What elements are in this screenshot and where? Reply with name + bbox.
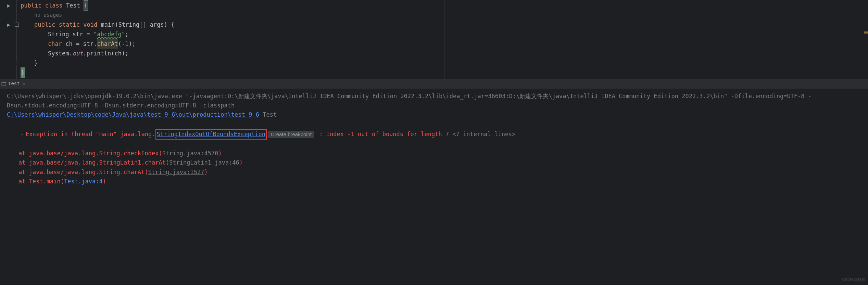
create-breakpoint-button[interactable]: Create breakpoint: [268, 131, 314, 138]
run-method-icon[interactable]: ▶: [7, 20, 10, 29]
stack-frame: at Test.main(: [18, 178, 64, 185]
exception-class-link[interactable]: StringIndexOutOfBoundsException: [157, 131, 265, 138]
editor-gutter: ▶ ▶− ⌃: [0, 0, 17, 79]
expand-icon[interactable]: ⊞: [21, 132, 25, 138]
variable: str: [73, 29, 83, 39]
console-command: C:\Users\whisper\.jdks\openjdk-19.0.2\bi…: [7, 92, 865, 110]
fold-icon[interactable]: ⌃: [15, 61, 19, 65]
stack-link[interactable]: Test.java:4: [64, 178, 103, 185]
type: char: [48, 39, 62, 49]
fold-icon[interactable]: −: [15, 23, 19, 27]
expression: = str.: [73, 39, 97, 49]
keyword: static: [59, 20, 80, 29]
class-ref: System.: [48, 49, 73, 58]
main-class: Test: [259, 111, 277, 118]
exception-highlight-box: StringIndexOutOfBoundsException: [155, 129, 267, 140]
stack-frame: at java.base/java.lang.String.checkIndex…: [18, 150, 162, 157]
brace: }: [21, 67, 25, 78]
static-field: out: [73, 49, 83, 58]
stack-link[interactable]: StringLatin1.java:46: [169, 159, 239, 166]
code-content[interactable]: public class Test { no usages public sta…: [17, 0, 868, 79]
paren: (: [118, 39, 122, 49]
method-call: .println(ch);: [83, 49, 128, 58]
watermark: CSDN @杨柳: [842, 277, 865, 283]
fold-guide-line: [16, 0, 17, 79]
classpath-link[interactable]: C:\Users\whisper\Desktop\code\Java\java\…: [7, 111, 259, 118]
keyword: public: [34, 20, 55, 29]
stack-frame: at java.base/java.lang.String.charAt(: [18, 169, 148, 176]
variable: ch: [65, 39, 72, 49]
class-name: Test: [66, 1, 80, 10]
keyword: class: [45, 1, 63, 10]
keyword: void: [83, 20, 97, 29]
semicolon: ;: [125, 29, 128, 39]
exception-prefix: Exception in thread "main" java.lang.: [26, 131, 155, 138]
number: -1: [122, 39, 128, 49]
run-tab-label[interactable]: Test: [8, 80, 20, 88]
run-class-icon[interactable]: ▶: [7, 1, 10, 10]
stack-suffix: ): [239, 159, 243, 166]
string-quote: ": [122, 29, 125, 39]
type: String: [48, 29, 69, 39]
warning-marker[interactable]: [864, 31, 868, 34]
stack-link[interactable]: String.java:1527: [148, 169, 204, 176]
svg-rect-1: [2, 82, 6, 83]
keyword: public: [21, 1, 41, 10]
method-name: main: [101, 20, 115, 29]
usage-hint[interactable]: no usages: [34, 11, 62, 20]
internal-lines[interactable]: <7 internal lines>: [452, 131, 515, 138]
right-margin-line: [444, 0, 444, 79]
run-config-icon: [1, 81, 6, 86]
operator: =: [83, 29, 93, 39]
code-editor[interactable]: ▶ ▶− ⌃ public class Test { no usages pub…: [0, 0, 868, 79]
params: (String[] args) {: [115, 20, 175, 29]
stack-frame: at java.base/java.lang.StringLatin1.char…: [18, 159, 169, 166]
string-literal: abcdefg: [97, 29, 122, 39]
string-quote: ": [93, 29, 97, 39]
close-tab-icon[interactable]: ×: [23, 80, 25, 88]
paren: );: [129, 39, 136, 49]
method-call: charAt: [97, 39, 118, 49]
console-output[interactable]: C:\Users\whisper\.jdks\openjdk-19.0.2\bi…: [0, 89, 868, 285]
stack-suffix: ): [204, 169, 207, 176]
exception-message: : Index -1 out of bounds for length 7: [316, 131, 452, 138]
stack-suffix: ): [218, 150, 222, 157]
brace: {: [84, 0, 88, 11]
stack-link[interactable]: String.java:4570: [162, 150, 218, 157]
run-tab-bar: Test ×: [0, 79, 868, 89]
stack-suffix: ): [103, 178, 106, 185]
brace: }: [34, 58, 38, 68]
